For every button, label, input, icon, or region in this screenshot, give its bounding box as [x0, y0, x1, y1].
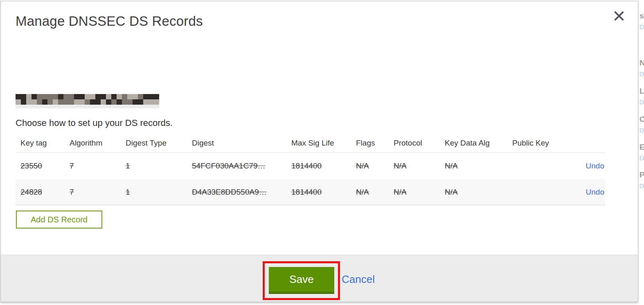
background-text-fragment: D: [639, 99, 644, 105]
background-text-fragment: D: [639, 127, 644, 134]
cell-flags: N/A: [356, 188, 394, 197]
cell-key-tag: 24828: [20, 188, 70, 197]
undo-link[interactable]: Undo: [586, 188, 604, 196]
action-cell: Undo: [579, 161, 604, 170]
close-button[interactable]: [613, 11, 625, 22]
cell-flags: N/A: [356, 161, 394, 170]
table-row: 235507154FCF030AA1C79…1814400N/AN/AN/AUn…: [16, 153, 605, 179]
table-header-row: Key tagAlgorithmDigest TypeDigestMax Sig…: [16, 134, 605, 153]
cell-protocol: N/A: [394, 188, 445, 197]
manage-dnssec-modal: Manage DNSSEC DS Records Choose how to s…: [0, 1, 638, 302]
ds-records-table: Key tagAlgorithmDigest TypeDigestMax Sig…: [16, 134, 605, 205]
background-text-fragment: E: [639, 143, 644, 152]
undo-link[interactable]: Undo: [586, 161, 604, 170]
cell-digest: D4A33E8DD550A9…: [192, 188, 291, 197]
column-header: Key Data Alg: [445, 139, 512, 148]
table-body: 235507154FCF030AA1C79…1814400N/AN/AN/AUn…: [16, 153, 605, 205]
column-header: Digest: [192, 139, 291, 148]
cell-digest-type: 1: [126, 161, 192, 170]
column-header: Protocol: [394, 139, 445, 148]
cell-key-data-alg: N/A: [445, 188, 512, 197]
cancel-link[interactable]: Cancel: [342, 273, 375, 286]
column-header: Max Sig Life: [291, 139, 356, 148]
page-title: Manage DNSSEC DS Records: [16, 13, 203, 29]
save-button[interactable]: Save: [269, 267, 334, 294]
action-cell: Undo: [579, 188, 604, 197]
cell-max-sig-life: 1814400: [291, 188, 356, 197]
column-header: Digest Type: [126, 139, 192, 148]
cell-protocol: N/A: [394, 161, 445, 170]
background-text-fragment: D: [639, 70, 644, 77]
column-header: Algorithm: [70, 139, 126, 148]
cell-algorithm: 7: [70, 161, 126, 170]
background-text-fragment: P: [639, 170, 644, 179]
background-text-fragment: s: [639, 11, 644, 20]
cell-digest-type: 1: [126, 188, 192, 197]
background-text-fragment: L: [639, 87, 644, 96]
background-text-fragment: D: [639, 155, 644, 161]
close-icon: [614, 11, 624, 23]
column-header: Flags: [356, 139, 394, 148]
cell-key-tag: 23550: [20, 161, 70, 170]
cell-key-data-alg: N/A: [445, 161, 512, 170]
background-text-fragment: D: [639, 182, 644, 189]
background-text-fragment: D: [639, 23, 644, 30]
modal-footer: Save Cancel: [1, 255, 638, 302]
cell-max-sig-life: 1814400: [291, 161, 356, 170]
cell-digest: 54FCF030AA1C79…: [192, 161, 291, 170]
setup-instruction-text: Choose how to set up your DS records.: [16, 118, 173, 128]
add-ds-record-button[interactable]: Add DS Record: [16, 211, 102, 229]
redacted-domain-name: [16, 94, 159, 109]
background-text-fragment: N: [639, 58, 644, 67]
column-header: Key tag: [20, 139, 70, 148]
column-header: Public Key: [512, 139, 579, 148]
table-row: 2482871D4A33E8DD550A9…1814400N/AN/AN/AUn…: [16, 179, 605, 205]
background-text-fragment: C: [639, 115, 644, 124]
cell-algorithm: 7: [70, 188, 126, 197]
